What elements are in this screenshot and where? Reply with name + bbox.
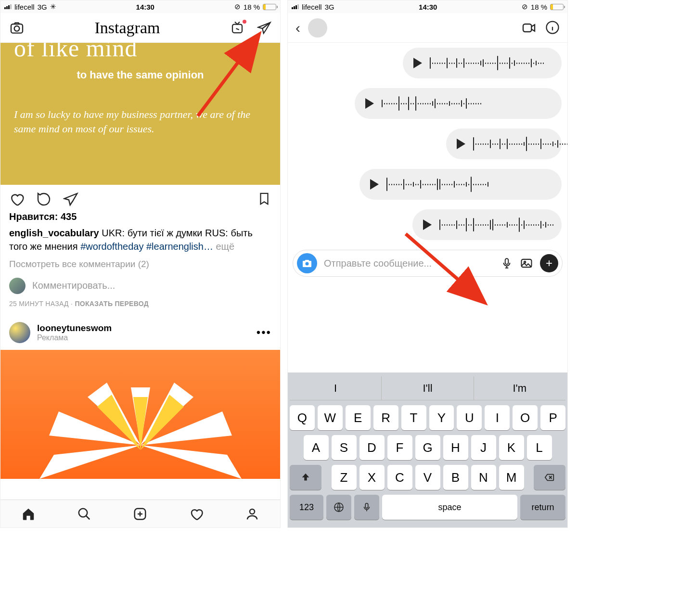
new-post-tab-icon[interactable] <box>133 507 147 521</box>
key-g[interactable]: G <box>415 435 440 460</box>
suggestion[interactable]: I <box>290 376 382 400</box>
comment-icon[interactable] <box>36 192 51 207</box>
key-r[interactable]: R <box>373 405 398 430</box>
dictate-key[interactable] <box>354 495 379 520</box>
voice-message[interactable] <box>412 209 562 240</box>
key-v[interactable]: V <box>415 465 440 490</box>
svg-rect-25 <box>365 503 368 508</box>
key-m[interactable]: M <box>499 465 524 490</box>
bookmark-icon[interactable] <box>257 192 271 207</box>
voice-message[interactable] <box>359 169 562 200</box>
chat-avatar[interactable] <box>308 18 327 38</box>
info-icon[interactable] <box>545 20 560 36</box>
voice-message[interactable] <box>446 128 562 159</box>
voice-message[interactable] <box>355 88 562 119</box>
rotation-lock-icon: ⊘ <box>522 2 528 11</box>
suggestion[interactable]: I'm <box>474 376 565 400</box>
key-j[interactable]: J <box>471 435 496 460</box>
more-options-icon[interactable]: ••• <box>257 326 271 339</box>
shift-key[interactable] <box>290 465 321 490</box>
key-q[interactable]: Q <box>290 405 315 430</box>
key-w[interactable]: W <box>318 405 343 430</box>
globe-key[interactable] <box>326 495 351 520</box>
space-key[interactable]: space <box>382 495 517 520</box>
backspace-key[interactable] <box>534 465 565 490</box>
promo-header[interactable]: looneytuneswom Реклама ••• <box>0 315 280 350</box>
key-i[interactable]: I <box>485 405 510 430</box>
key-l[interactable]: L <box>527 435 552 460</box>
key-c[interactable]: C <box>387 465 412 490</box>
promo-avatar[interactable] <box>9 322 30 343</box>
play-icon[interactable] <box>370 179 379 190</box>
camera-button[interactable] <box>297 253 317 273</box>
key-p[interactable]: P <box>540 405 565 430</box>
post-caption[interactable]: english_vocabulary UKR: бути тієї ж думк… <box>9 226 271 253</box>
caption-more[interactable]: ещё <box>213 241 234 252</box>
key-d[interactable]: D <box>359 435 385 460</box>
svg-point-15 <box>250 509 255 514</box>
home-tab-icon[interactable] <box>21 507 36 521</box>
share-icon[interactable] <box>63 192 78 207</box>
key-b[interactable]: B <box>443 465 468 490</box>
svg-point-13 <box>79 508 88 517</box>
caption-username[interactable]: english_vocabulary <box>9 228 99 238</box>
key-s[interactable]: S <box>332 435 357 460</box>
play-icon[interactable] <box>365 98 374 109</box>
activity-tab-icon[interactable] <box>189 507 204 521</box>
message-input[interactable] <box>324 258 494 269</box>
key-f[interactable]: F <box>387 435 412 460</box>
likes-count[interactable]: Нравится: 435 <box>9 210 271 223</box>
caption-hashtags[interactable]: #wordoftheday #learnenglish… <box>80 241 213 252</box>
key-a[interactable]: A <box>304 435 329 460</box>
video-call-icon[interactable] <box>521 20 537 36</box>
key-u[interactable]: U <box>457 405 482 430</box>
translate-link[interactable]: ПОКАЗАТЬ ПЕРЕВОД <box>75 300 149 308</box>
tab-bar <box>0 500 280 527</box>
promo-username[interactable]: looneytuneswom <box>37 323 112 334</box>
svg-point-1 <box>14 26 20 31</box>
play-icon[interactable] <box>457 139 465 149</box>
comment-placeholder[interactable]: Комментировать... <box>32 280 115 291</box>
gallery-icon[interactable] <box>520 257 533 270</box>
keyboard-suggestions: I I'll I'm <box>290 376 565 400</box>
key-x[interactable]: X <box>359 465 385 490</box>
play-icon[interactable] <box>423 219 432 230</box>
igtv-icon[interactable] <box>230 21 244 35</box>
like-icon[interactable] <box>9 192 25 207</box>
promo-image[interactable] <box>0 350 280 479</box>
view-comments-link[interactable]: Посмотреть все комментарии (2) <box>9 258 271 271</box>
key-y[interactable]: Y <box>429 405 454 430</box>
camera-icon[interactable] <box>9 20 25 36</box>
microphone-icon[interactable] <box>500 257 513 270</box>
voice-message[interactable] <box>403 48 562 78</box>
key-e[interactable]: E <box>346 405 371 430</box>
svg-marker-8 <box>39 445 141 479</box>
key-t[interactable]: T <box>401 405 426 430</box>
post-image[interactable]: of like mind to have the same opinion I … <box>0 43 280 185</box>
key-h[interactable]: H <box>443 435 468 460</box>
dm-screen: lifecell 3G 14:30 ⊘ 18 % ‹ + I <box>287 0 568 528</box>
suggestion[interactable]: I'll <box>382 376 474 400</box>
key-z[interactable]: Z <box>332 465 357 490</box>
post-example: I am so lucky to have my business partne… <box>14 107 267 136</box>
key-o[interactable]: O <box>513 405 538 430</box>
play-icon[interactable] <box>413 58 422 68</box>
signal-icon <box>292 4 299 9</box>
key-n[interactable]: N <box>471 465 496 490</box>
key-row: QWERTYUIOP <box>290 405 565 430</box>
search-tab-icon[interactable] <box>77 507 91 521</box>
back-icon[interactable]: ‹ <box>295 20 300 36</box>
status-bar: lifecell 3G 14:30 ⊘ 18 % <box>288 0 567 13</box>
messages-list[interactable] <box>288 43 567 240</box>
svg-marker-9 <box>141 445 242 479</box>
numbers-key[interactable]: 123 <box>290 495 323 520</box>
direct-message-icon[interactable] <box>257 21 271 35</box>
return-key[interactable]: return <box>520 495 565 520</box>
more-actions-button[interactable]: + <box>540 254 558 272</box>
battery-icon <box>263 4 276 10</box>
add-comment-row[interactable]: Комментировать... <box>0 271 280 297</box>
key-k[interactable]: K <box>499 435 524 460</box>
waveform-icon <box>430 54 551 72</box>
profile-tab-icon[interactable] <box>245 507 259 521</box>
carrier-label: lifecell <box>14 3 35 11</box>
